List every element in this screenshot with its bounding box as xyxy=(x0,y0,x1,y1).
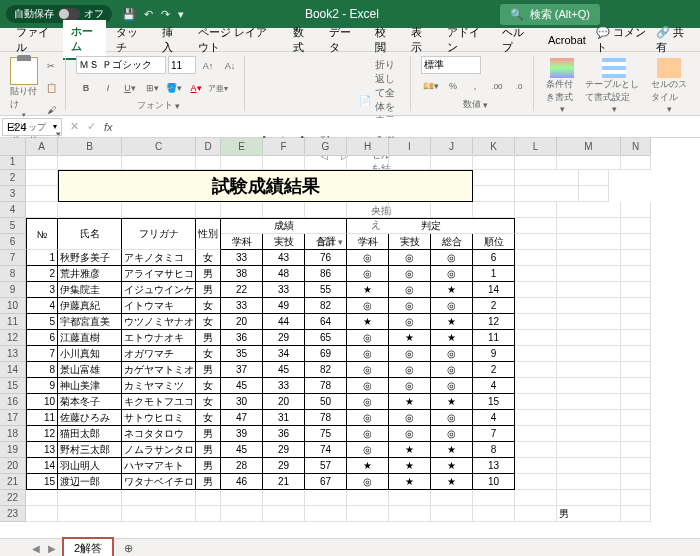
cell[interactable] xyxy=(58,202,122,218)
data-sex[interactable]: 女 xyxy=(196,394,221,410)
cell[interactable] xyxy=(515,250,557,266)
cell[interactable] xyxy=(431,506,473,522)
data-total[interactable]: 78 xyxy=(305,378,347,394)
row-header-6[interactable]: 6 xyxy=(0,234,26,250)
fx-button[interactable]: fx xyxy=(104,121,113,133)
cell[interactable] xyxy=(557,490,621,506)
cell[interactable] xyxy=(26,490,58,506)
data-jw[interactable]: ★ xyxy=(347,458,389,474)
cell[interactable] xyxy=(621,474,651,490)
cell[interactable] xyxy=(58,506,122,522)
tab-insert[interactable]: 挿入 xyxy=(154,21,188,59)
cell[interactable] xyxy=(621,442,651,458)
cell[interactable] xyxy=(26,186,58,202)
data-rank[interactable]: 10 xyxy=(473,474,515,490)
data-written[interactable]: 33 xyxy=(221,298,263,314)
row-header-10[interactable]: 10 xyxy=(0,298,26,314)
data-rank[interactable]: 7 xyxy=(473,426,515,442)
cell[interactable] xyxy=(557,442,621,458)
data-written[interactable]: 36 xyxy=(221,330,263,346)
cell[interactable] xyxy=(515,234,557,250)
cell[interactable] xyxy=(515,394,557,410)
data-written[interactable]: 38 xyxy=(221,266,263,282)
select-all-corner[interactable] xyxy=(0,138,26,156)
data-kana[interactable]: オガワマチ xyxy=(122,346,196,362)
hdr-jpractical[interactable]: 実技 xyxy=(389,234,431,250)
cell[interactable] xyxy=(515,442,557,458)
data-kana[interactable]: ワタナベイチロウ xyxy=(122,474,196,490)
cell[interactable] xyxy=(26,202,58,218)
cell[interactable] xyxy=(557,202,621,218)
data-jw[interactable]: ◎ xyxy=(347,378,389,394)
data-no[interactable]: 4 xyxy=(26,298,58,314)
data-jw[interactable]: ◎ xyxy=(347,442,389,458)
cell[interactable] xyxy=(26,154,58,170)
data-rank[interactable]: 14 xyxy=(473,282,515,298)
cell[interactable] xyxy=(473,506,515,522)
data-no[interactable]: 12 xyxy=(26,426,58,442)
tab-review[interactable]: 校閲 xyxy=(367,21,401,59)
cell[interactable] xyxy=(196,202,221,218)
cell[interactable] xyxy=(473,154,515,170)
data-rank[interactable]: 4 xyxy=(473,378,515,394)
hdr-name[interactable]: 氏名 xyxy=(58,218,122,250)
data-sex[interactable]: 女 xyxy=(196,410,221,426)
data-no[interactable]: 5 xyxy=(26,314,58,330)
data-total[interactable]: 64 xyxy=(305,314,347,330)
data-kana[interactable]: カミヤマミツ xyxy=(122,378,196,394)
row-header-8[interactable]: 8 xyxy=(0,266,26,282)
font-name-select[interactable] xyxy=(76,56,166,74)
data-total[interactable]: 74 xyxy=(305,442,347,458)
cell[interactable] xyxy=(221,490,263,506)
cell[interactable] xyxy=(557,394,621,410)
cell[interactable] xyxy=(621,154,651,170)
cell[interactable] xyxy=(263,202,305,218)
paste-button[interactable]: 貼り付け ▾ xyxy=(10,57,38,119)
cell[interactable] xyxy=(431,154,473,170)
comments-button[interactable]: 💬 コメント xyxy=(596,25,646,55)
row-header-12[interactable]: 12 xyxy=(0,330,26,346)
increase-font-icon[interactable]: A↑ xyxy=(198,56,218,76)
tab-touch[interactable]: タッチ xyxy=(108,21,152,59)
cell[interactable] xyxy=(515,458,557,474)
cell[interactable] xyxy=(263,490,305,506)
cell[interactable] xyxy=(621,314,651,330)
data-written[interactable]: 20 xyxy=(221,314,263,330)
cell[interactable] xyxy=(621,282,651,298)
data-jp[interactable]: ◎ xyxy=(389,314,431,330)
phonetic-icon[interactable]: ア亜▾ xyxy=(208,78,228,98)
data-practical[interactable]: 29 xyxy=(263,442,305,458)
cell[interactable] xyxy=(557,266,621,282)
row-header-19[interactable]: 19 xyxy=(0,442,26,458)
row-header-3[interactable]: 3 xyxy=(0,186,26,202)
data-sex[interactable]: 男 xyxy=(196,458,221,474)
data-practical[interactable]: 48 xyxy=(263,266,305,282)
cell[interactable]: 男 xyxy=(557,506,621,522)
data-practical[interactable]: 36 xyxy=(263,426,305,442)
cell[interactable] xyxy=(515,298,557,314)
undo-icon[interactable]: ↶ xyxy=(144,8,153,21)
row-header-23[interactable]: 23 xyxy=(0,506,26,522)
cell[interactable] xyxy=(221,154,263,170)
data-no[interactable]: 6 xyxy=(26,330,58,346)
data-practical[interactable]: 43 xyxy=(263,250,305,266)
tab-layout[interactable]: ページ レイアウト xyxy=(190,21,282,59)
cell[interactable] xyxy=(263,154,305,170)
cell[interactable] xyxy=(621,410,651,426)
data-jo[interactable]: ★ xyxy=(431,330,473,346)
data-total[interactable]: 69 xyxy=(305,346,347,362)
cell[interactable] xyxy=(347,506,389,522)
data-written[interactable]: 33 xyxy=(221,250,263,266)
data-total[interactable]: 82 xyxy=(305,362,347,378)
cell[interactable] xyxy=(621,202,651,218)
data-total[interactable]: 57 xyxy=(305,458,347,474)
add-sheet-icon[interactable]: ⊕ xyxy=(118,542,139,555)
cell[interactable] xyxy=(473,186,515,202)
cell[interactable] xyxy=(557,314,621,330)
cell[interactable] xyxy=(473,202,515,218)
hdr-jwritten[interactable]: 学科 xyxy=(347,234,389,250)
cell[interactable] xyxy=(557,346,621,362)
cell-styles-button[interactable]: セルのスタイル▾ xyxy=(649,56,690,116)
cell[interactable] xyxy=(579,170,609,186)
data-jp[interactable]: ★ xyxy=(389,330,431,346)
